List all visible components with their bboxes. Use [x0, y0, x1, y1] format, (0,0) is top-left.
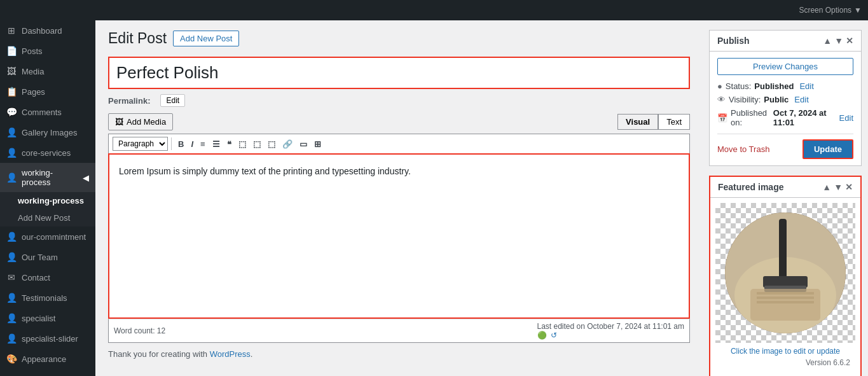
collapse-down-icon[interactable]: ▼	[834, 182, 843, 192]
arrow-icon: ◀	[83, 173, 89, 183]
link-button[interactable]: 🔗	[279, 137, 296, 151]
sidebar-item-label: our-commintment	[22, 232, 86, 242]
sidebar-item-our-team[interactable]: 👤 Our Team	[0, 247, 95, 267]
screen-options-label: Screen Options	[799, 6, 851, 15]
featured-image-caption[interactable]: Click the image to edit or update	[715, 343, 855, 357]
toolbar-group-format: B I ≡ ☰ ❝ ⬚ ⬚ ⬚ 🔗 ▭ ⊞	[175, 137, 324, 151]
visibility-edit-link[interactable]: Edit	[794, 95, 808, 104]
add-media-row: 🖼 Add Media Visual Text	[108, 113, 690, 130]
wordpress-link[interactable]: WordPress	[210, 349, 251, 359]
sidebar-item-our-commintment[interactable]: 👤 our-commintment	[0, 226, 95, 247]
appearance-icon: 🎨	[6, 354, 17, 364]
working-process-icon: 👤	[6, 172, 17, 183]
visibility-icon: 👁	[717, 95, 726, 104]
featured-image-svg	[725, 212, 846, 333]
sidebar-item-contact[interactable]: ✉ Contact	[0, 267, 95, 288]
sidebar-item-pages[interactable]: 📋 Pages	[0, 81, 95, 102]
format-select[interactable]: Paragraph	[113, 137, 168, 151]
featured-image-controls: ▲ ▼ ✕	[822, 182, 853, 192]
footer-note-text: Thank you for creating with	[108, 349, 207, 359]
sidebar-item-label: core-services	[22, 148, 71, 158]
more-button[interactable]: ▭	[296, 137, 310, 151]
publish-actions: Move to Trash Update	[717, 134, 853, 159]
sidebar-item-specialist-slider[interactable]: 👤 specialist-slider	[0, 328, 95, 349]
blockquote-button[interactable]: ❝	[224, 137, 235, 151]
footer-note: Thank you for creating with WordPress.	[108, 349, 690, 359]
collapse-up-icon[interactable]: ▲	[823, 36, 832, 46]
collapse-down-icon[interactable]: ▼	[834, 36, 843, 46]
permalink-row: Permalink: Edit	[108, 94, 690, 107]
sidebar-item-testimonials[interactable]: 👤 Testimonials	[0, 288, 95, 308]
calendar-icon: 📅	[717, 113, 727, 123]
visual-tab[interactable]: Visual	[617, 114, 658, 130]
editor-toolbar: Paragraph B I ≡ ☰ ❝ ⬚ ⬚ ⬚ 🔗 ▭ ⊞	[108, 134, 690, 153]
sidebar-item-comments[interactable]: 💬 Comments	[0, 102, 95, 122]
visibility-label: Visibility:	[729, 95, 761, 104]
sidebar-item-posts[interactable]: 📄 Posts	[0, 41, 95, 61]
featured-image-body: Click the image to edit or update Versio…	[710, 198, 860, 376]
sidebar-item-specialist[interactable]: 👤 specialist	[0, 308, 95, 328]
collapse-up-icon[interactable]: ▲	[822, 182, 831, 192]
specialist-slider-icon: 👤	[6, 333, 17, 344]
table-button[interactable]: ⊞	[311, 137, 324, 151]
align-left-button[interactable]: ⬚	[235, 137, 249, 151]
last-edited-text: Last edited on October 7, 2024 at 11:01 …	[537, 322, 685, 331]
screen-options-button[interactable]: Screen Options ▼	[799, 6, 862, 15]
preview-changes-button[interactable]: Preview Changes	[717, 58, 853, 75]
editor-content: Lorem Ipsum is simply dummy text of the …	[119, 164, 679, 178]
published-edit-link[interactable]: Edit	[839, 113, 853, 123]
word-count: Word count: 12	[114, 326, 165, 335]
editor-body[interactable]: Lorem Ipsum is simply dummy text of the …	[108, 153, 690, 319]
sidebar-item-appearance[interactable]: 🎨 Appearance	[0, 349, 95, 369]
add-media-button[interactable]: 🖼 Add Media	[108, 113, 173, 130]
align-right-button[interactable]: ⬚	[265, 137, 279, 151]
bold-button[interactable]: B	[175, 137, 187, 151]
our-team-icon: 👤	[6, 252, 17, 262]
publish-box-controls: ▲ ▼ ✕	[823, 36, 853, 46]
sidebar-sub-item-working-process-list[interactable]: working-process	[0, 192, 95, 209]
sidebar-item-label: Comments	[22, 108, 62, 117]
contact-icon: ✉	[6, 272, 17, 282]
update-button[interactable]: Update	[803, 139, 853, 159]
close-icon[interactable]: ✕	[845, 182, 853, 192]
sidebar-item-label: Our Team	[22, 253, 58, 262]
sidebar-item-media[interactable]: 🖼 Media	[0, 61, 95, 81]
testimonials-icon: 👤	[6, 293, 17, 303]
pages-icon: 📋	[6, 87, 17, 97]
status-edit-link[interactable]: Edit	[799, 81, 813, 91]
refresh-icon: ↺	[551, 331, 557, 340]
text-tab[interactable]: Text	[658, 114, 690, 130]
featured-image-container[interactable]	[715, 203, 855, 343]
align-center-button[interactable]: ⬚	[250, 137, 264, 151]
right-sidebar: Publish ▲ ▼ ✕ Preview Changes ● Status: …	[703, 20, 868, 376]
content-area: Edit Post Add New Post Permalink: Edit 🖼…	[95, 20, 703, 376]
published-label: Published on:	[731, 108, 770, 127]
post-title-input[interactable]	[108, 57, 690, 89]
visual-text-tabs: Visual Text	[617, 114, 690, 130]
sidebar-item-label: Appearance	[22, 354, 66, 364]
editor-footer: Word count: 12 Last edited on October 7,…	[108, 319, 690, 343]
sidebar-submenu-working-process: working-process Add New Post	[0, 192, 95, 226]
visibility-value: Public	[764, 95, 789, 104]
close-icon[interactable]: ✕	[846, 36, 853, 46]
toolbar-separator	[171, 137, 172, 150]
publish-meta-box: Publish ▲ ▼ ✕ Preview Changes ● Status: …	[709, 30, 862, 166]
ordered-list-button[interactable]: ☰	[209, 137, 223, 151]
sidebar-item-working-process[interactable]: 👤 working-process ◀	[0, 163, 95, 192]
unordered-list-button[interactable]: ≡	[197, 137, 209, 151]
sidebar-sub-item-add-new[interactable]: Add New Post	[0, 209, 95, 226]
version-text: Version 6.6.2	[715, 357, 855, 371]
dashboard-icon: ⊞	[6, 25, 17, 36]
sidebar-item-core-services[interactable]: 👤 core-services	[0, 143, 95, 163]
sidebar-item-label: Media	[22, 67, 44, 76]
svg-rect-2	[779, 219, 787, 282]
add-new-post-button[interactable]: Add New Post	[173, 31, 239, 46]
sidebar-item-label: Contact	[22, 273, 50, 282]
top-bar: Screen Options ▼	[0, 0, 868, 20]
permalink-edit-button[interactable]: Edit	[160, 94, 185, 107]
move-to-trash-link[interactable]: Move to Trash	[717, 144, 769, 154]
main-layout: ⊞ Dashboard 📄 Posts 🖼 Media 📋 Pages 💬 Co…	[0, 20, 868, 376]
sidebar-item-dashboard[interactable]: ⊞ Dashboard	[0, 20, 95, 41]
sidebar-item-gallery-images[interactable]: 👤 Gallery Images	[0, 122, 95, 143]
italic-button[interactable]: I	[188, 137, 196, 151]
